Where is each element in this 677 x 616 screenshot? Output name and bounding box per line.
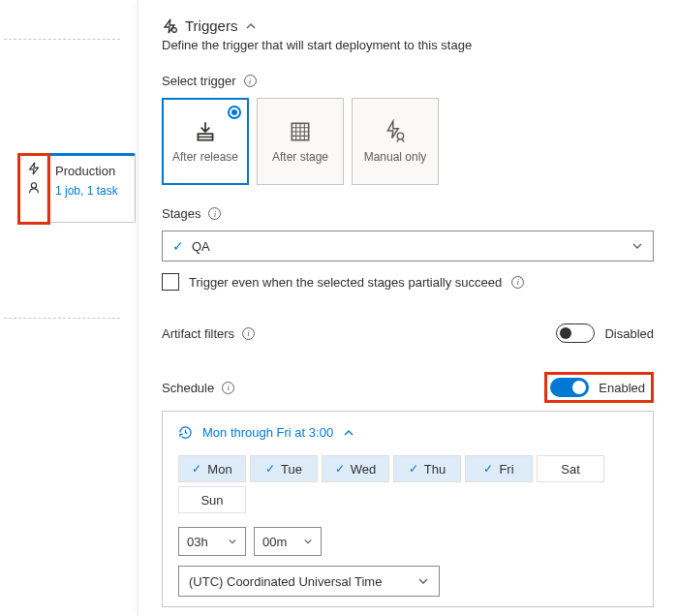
triggers-panel: Triggers Define the trigger that will st…	[138, 0, 677, 616]
chevron-up-icon	[343, 427, 354, 439]
schedule-state: Enabled	[599, 381, 645, 395]
hour-value: 03h	[187, 535, 208, 549]
svg-point-4	[397, 133, 404, 139]
manual-only-icon	[383, 119, 408, 144]
info-icon[interactable]: i	[511, 276, 524, 289]
trigger-option-label: After stage	[272, 150, 328, 164]
check-icon: ✓	[192, 462, 201, 476]
artifact-filters-state: Disabled	[604, 326, 654, 341]
schedule-label: Schedule	[162, 381, 214, 395]
trigger-options: After release After stage Manual only	[162, 98, 654, 185]
connector-line	[4, 318, 120, 319]
trigger-icon	[162, 18, 177, 34]
stages-label-text: Stages	[162, 206, 200, 221]
chevron-down-icon	[417, 575, 429, 587]
after-stage-icon	[288, 119, 313, 144]
check-icon: ✓	[483, 462, 493, 476]
day-tue[interactable]: ✓Tue	[250, 455, 318, 482]
schedule-toggle[interactable]	[550, 378, 589, 397]
stages-section: Stages i ✓ QA Trigger even when the sele…	[162, 206, 654, 291]
day-label: Sun	[200, 493, 223, 508]
panel-description: Define the trigger that will start deplo…	[162, 38, 654, 52]
check-icon: ✓	[335, 462, 345, 476]
check-icon: ✓	[409, 462, 418, 476]
artifact-filters-label: Artifact filters	[162, 326, 234, 341]
day-sun[interactable]: Sun	[178, 486, 246, 513]
schedule-summary[interactable]: Mon through Fri at 3:00	[178, 425, 637, 440]
trigger-icon	[27, 162, 41, 175]
info-icon[interactable]: i	[242, 327, 255, 340]
trigger-option-after-release[interactable]: After release	[162, 98, 249, 185]
stage-body[interactable]: Production 1 job, 1 task	[47, 156, 135, 222]
stage-pre-conditions[interactable]	[20, 156, 47, 222]
artifact-filters-toggle-wrap: Disabled	[556, 323, 654, 343]
schedule-summary-text: Mon through Fri at 3:00	[202, 425, 333, 440]
schedule-toggle-wrap: Enabled	[544, 372, 654, 403]
connector-line	[4, 39, 120, 40]
trigger-option-after-stage[interactable]: After stage	[257, 98, 344, 185]
time-row: 03h 00m	[178, 527, 637, 556]
stage-title: Production	[55, 164, 129, 178]
hour-select[interactable]: 03h	[178, 527, 246, 556]
person-icon	[27, 181, 41, 195]
stages-dropdown[interactable]: ✓ QA	[162, 231, 654, 262]
select-trigger-section: Select trigger i After release After sta…	[162, 74, 654, 185]
partial-succeed-row: Trigger even when the selected stages pa…	[162, 273, 654, 291]
day-fri[interactable]: ✓Fri	[465, 455, 533, 482]
after-release-icon	[193, 119, 218, 144]
check-icon: ✓	[265, 462, 275, 476]
day-wed[interactable]: ✓Wed	[322, 455, 389, 482]
chevron-down-icon	[228, 537, 237, 546]
minute-select[interactable]: 00m	[254, 527, 322, 556]
stages-label: Stages i	[162, 206, 654, 221]
partial-succeed-label: Trigger even when the selected stages pa…	[189, 275, 502, 290]
trigger-option-label: Manual only	[364, 150, 427, 164]
stages-value: QA	[192, 239, 210, 254]
artifact-filters-section: Artifact filters i Disabled	[162, 323, 654, 343]
day-label: Mon	[207, 462, 231, 477]
radio-selected-icon	[228, 106, 241, 119]
clock-history-icon	[178, 425, 193, 440]
info-icon[interactable]: i	[244, 75, 257, 87]
trigger-option-label: After release	[172, 150, 238, 164]
day-mon[interactable]: ✓Mon	[178, 455, 246, 482]
day-sat[interactable]: Sat	[537, 455, 604, 482]
info-icon[interactable]: i	[208, 207, 221, 220]
check-icon: ✓	[172, 238, 184, 254]
day-label: Wed	[351, 462, 377, 477]
day-label: Tue	[281, 462, 302, 477]
select-trigger-label: Select trigger i	[162, 74, 654, 88]
panel-title: Triggers	[185, 17, 237, 34]
timezone-value: (UTC) Coordinated Universal Time	[189, 574, 382, 589]
svg-point-0	[31, 183, 36, 188]
trigger-option-manual-only[interactable]: Manual only	[352, 98, 439, 185]
chevron-up-icon	[245, 20, 257, 32]
minute-value: 00m	[262, 535, 287, 549]
day-label: Fri	[499, 462, 513, 477]
day-thu[interactable]: ✓Thu	[393, 455, 461, 482]
svg-point-1	[172, 27, 177, 32]
days-picker: ✓Mon ✓Tue ✓Wed ✓Thu ✓Fri Sat Sun	[178, 455, 637, 513]
timezone-select[interactable]: (UTC) Coordinated Universal Time	[178, 566, 440, 597]
info-icon[interactable]: i	[222, 382, 234, 394]
select-trigger-text: Select trigger	[162, 74, 236, 88]
chevron-down-icon	[631, 240, 643, 252]
partial-succeed-checkbox[interactable]	[162, 273, 179, 291]
stage-subtitle[interactable]: 1 job, 1 task	[55, 184, 129, 198]
stage-card-production[interactable]: Production 1 job, 1 task	[19, 153, 136, 223]
day-label: Sat	[561, 462, 580, 477]
schedule-box: Mon through Fri at 3:00 ✓Mon ✓Tue ✓Wed ✓…	[162, 411, 654, 607]
panel-header[interactable]: Triggers	[162, 17, 654, 34]
day-label: Thu	[424, 462, 446, 477]
schedule-section-header: Schedule i Enabled	[162, 372, 654, 403]
chevron-down-icon	[303, 537, 313, 546]
artifact-filters-toggle[interactable]	[556, 323, 595, 343]
